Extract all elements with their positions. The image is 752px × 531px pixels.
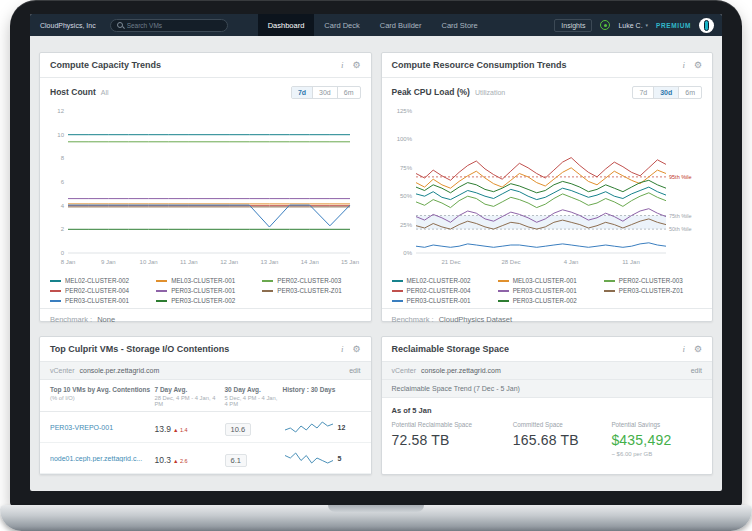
metric-qualifier: All (101, 89, 109, 96)
vm-link[interactable]: PER03-VREPO-001 (50, 424, 151, 431)
gear-icon[interactable]: ⚙ (352, 60, 360, 70)
range-toggle: 7d30d6m (632, 86, 702, 99)
increase-arrow-icon: ▲ 2.6 (173, 458, 188, 464)
stat-value: $435,492 (611, 432, 702, 448)
chart-legend: MEL02-CLUSTER-002MEL03-CLUSTER-001PER02-… (50, 277, 361, 304)
svg-text:13 Jan: 13 Jan (260, 259, 278, 265)
svg-text:6: 6 (61, 179, 65, 185)
svg-text:10 Jan: 10 Jan (140, 259, 158, 265)
vcenter-bar: vCenter console.per.zettagrid.com edit (40, 362, 371, 380)
card-top-culprit-vms: Top Culprit VMs - Storage I/O Contention… (39, 336, 372, 475)
search-box[interactable] (110, 19, 228, 32)
col-history: History : 30 Days (283, 386, 361, 393)
nav-right: Insights Luke C. ▾ PREMIUM (554, 18, 716, 33)
card-title: Compute Resource Consumption Trends (392, 60, 567, 70)
svg-text:9 Jan: 9 Jan (101, 259, 116, 265)
metric-label: Host Count (50, 87, 96, 97)
legend-swatch (392, 280, 403, 282)
legend-item: MEL02-CLUSTER-002 (50, 277, 148, 284)
edit-link[interactable]: edit (691, 367, 702, 374)
range-button-6m[interactable]: 6m (338, 87, 360, 98)
spark-end-value: 5 (338, 455, 342, 462)
legend-item: PER02-CLUSTER-003 (604, 277, 702, 284)
legend-item: MEL02-CLUSTER-002 (392, 277, 490, 284)
benchmark-label: Benchmark : (392, 315, 434, 324)
range-button-6m[interactable]: 6m (679, 87, 701, 98)
card-header: Compute Resource Consumption Trends i ⚙ (382, 53, 713, 78)
metric-label: Peak CPU Load (%) (392, 87, 470, 97)
svg-text:25%: 25% (399, 222, 412, 228)
avg7-cell: 10.3▲ 2.6 (155, 449, 221, 467)
insights-button[interactable]: Insights (554, 19, 592, 32)
table-body: PER03-VREPO-00113.9▲ 1.410.612node01.cep… (40, 412, 371, 474)
info-icon[interactable]: i (682, 60, 685, 70)
card-title: Top Culprit VMs - Storage I/O Contention… (50, 344, 229, 354)
legend-swatch (262, 290, 273, 292)
gear-icon[interactable]: ⚙ (694, 60, 702, 70)
search-input[interactable] (127, 22, 221, 29)
stat-label: Potential Reclaimable Space (392, 421, 505, 428)
gear-icon[interactable]: ⚙ (352, 344, 360, 354)
legend-label: PER03-CLUSTER-Z01 (619, 287, 683, 294)
range-button-30d[interactable]: 30d (654, 87, 679, 98)
legend-swatch (156, 290, 167, 292)
search-icon (117, 22, 123, 28)
stat-label: Potential Savings (611, 421, 702, 428)
vcenter-label: vCenter (50, 367, 75, 374)
tab-card-builder[interactable]: Card Builder (370, 14, 432, 36)
tab-card-store[interactable]: Card Store (431, 14, 487, 36)
info-icon[interactable]: i (341, 344, 344, 354)
legend-swatch (498, 280, 509, 282)
legend-swatch (50, 290, 61, 292)
table-row: PER03-VREPO-00113.9▲ 1.410.612 (40, 412, 371, 443)
user-name: Luke C. (618, 22, 642, 29)
vm-link[interactable]: node01.ceph.per.zettagrid.c... (50, 455, 151, 462)
tab-dashboard[interactable]: Dashboard (258, 14, 315, 36)
user-menu[interactable]: Luke C. ▾ (618, 22, 648, 29)
legend-swatch (156, 300, 167, 302)
legend-item: PER03-CLUSTER-002 (498, 297, 596, 304)
col-30day: 30 Day Avg. (225, 386, 279, 393)
svg-text:12: 12 (57, 108, 64, 114)
range-button-7d[interactable]: 7d (292, 87, 313, 98)
range-button-30d[interactable]: 30d (313, 87, 338, 98)
legend-item: PER03-CLUSTER-001 (156, 287, 254, 294)
tab-card-deck[interactable]: Card Deck (314, 14, 369, 36)
col-7day: 7 Day Avg. (155, 386, 221, 393)
gear-icon[interactable]: ⚙ (694, 344, 702, 354)
svg-text:15 Jan: 15 Jan (341, 259, 359, 265)
svg-text:50th %ile: 50th %ile (669, 226, 692, 232)
avg7-value: 10.3 (155, 455, 172, 465)
legend-label: PER03-CLUSTER-001 (65, 297, 129, 304)
legend-item: PER03-CLUSTER-Z01 (262, 287, 360, 294)
card-body: Host Count All 7d30d6m 0246810128 Jan9 J… (40, 78, 371, 308)
col-vms-sub: (% of I/O) (50, 395, 151, 401)
svg-text:14 Jan: 14 Jan (301, 259, 319, 265)
spark-end-value: 12 (338, 424, 346, 431)
vcenter-bar: vCenter console.per.zettagrid.com edit (382, 362, 713, 380)
range-button-7d[interactable]: 7d (633, 87, 654, 98)
edit-link[interactable]: edit (349, 367, 360, 374)
legend-label: PER02-CLUSTER-004 (65, 287, 129, 294)
svg-text:50%: 50% (399, 193, 412, 199)
svg-text:4 Jan: 4 Jan (563, 259, 578, 265)
increase-arrow-icon: ▲ 1.4 (173, 427, 188, 433)
device-mockup: CloudPhysics, Inc DashboardCard DeckCard… (0, 0, 752, 531)
top-nav: CloudPhysics, Inc DashboardCard DeckCard… (30, 14, 722, 36)
col-30day-sub: 5 Dec, 4 PM - 4 Jan, 4 PM (225, 395, 279, 407)
avg30-value: 10.6 (225, 423, 252, 436)
cloudphysics-logo-icon[interactable] (699, 18, 714, 33)
card-header: Reclaimable Storage Space i ⚙ (382, 337, 713, 362)
broadcast-icon[interactable] (600, 20, 610, 30)
legend-item: PER02-CLUSTER-004 (50, 287, 148, 294)
legend-label: MEL03-CLUSTER-001 (513, 277, 577, 284)
info-icon[interactable]: i (341, 60, 344, 70)
stat: Committed Space165.68 TB (513, 421, 604, 457)
table-header: Top 10 VMs by Avg. Contentions (% of I/O… (40, 380, 371, 412)
plan-badge: PREMIUM (656, 22, 691, 29)
svg-text:10: 10 (57, 132, 64, 138)
vcenter-label: vCenter (392, 367, 417, 374)
info-icon[interactable]: i (682, 344, 685, 354)
avg30-value: 6.1 (225, 454, 247, 467)
legend-label: PER03-CLUSTER-002 (171, 297, 235, 304)
